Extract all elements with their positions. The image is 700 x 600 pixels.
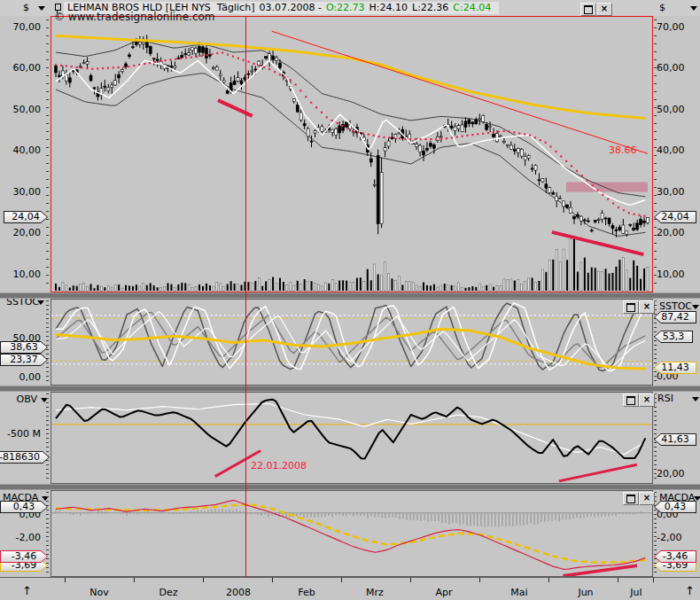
month-label: Mrz bbox=[355, 587, 394, 599]
left-axis-ticks bbox=[46, 492, 49, 575]
dropdown-arrow-icon[interactable] bbox=[692, 397, 699, 401]
rsi-value-tag: 41,63 bbox=[654, 433, 696, 446]
sstoc-panel-dropdown[interactable]: SSTOC bbox=[659, 300, 692, 313]
maximize-button[interactable] bbox=[623, 300, 639, 314]
panel-divider[interactable] bbox=[0, 484, 700, 490]
sstoc-value-tag: 38,63 bbox=[0, 341, 48, 354]
quote-open: O:22.73 bbox=[326, 2, 365, 13]
month-label: Mai bbox=[500, 587, 539, 599]
y-axis-label: -2,00 bbox=[2, 532, 41, 544]
trendline-value-label: 38.66 bbox=[609, 144, 637, 156]
month-label: Dez bbox=[149, 587, 188, 599]
dropdown-arrow-icon[interactable] bbox=[38, 6, 45, 11]
dropdown-arrow-icon[interactable] bbox=[694, 496, 700, 501]
obv-indicator-chart[interactable] bbox=[51, 392, 653, 484]
watermark: © www.tradesignalonline.com bbox=[54, 11, 215, 23]
y-axis-label: 10,00 bbox=[657, 269, 697, 281]
y-axis-label: 60,00 bbox=[2, 62, 41, 74]
y-axis-label: -2,00 bbox=[657, 532, 697, 544]
panel-divider[interactable] bbox=[0, 386, 700, 392]
close-button[interactable]: × bbox=[639, 492, 655, 505]
maximize-icon bbox=[584, 5, 593, 14]
sstoc-value-tag: 53,3 bbox=[654, 331, 693, 343]
maximize-icon bbox=[626, 303, 635, 312]
right-axis-unit-dropdown[interactable]: $ bbox=[659, 2, 665, 14]
y-axis-label: 20,00 bbox=[657, 227, 697, 239]
close-button[interactable]: × bbox=[596, 3, 612, 16]
y-axis-label: 70,00 bbox=[657, 21, 697, 34]
close-button[interactable]: × bbox=[639, 300, 655, 314]
maximize-icon bbox=[626, 495, 635, 503]
dropdown-arrow-icon[interactable] bbox=[690, 6, 697, 11]
y-axis-label: 20,00 bbox=[2, 227, 41, 239]
month-label: Nov bbox=[80, 587, 119, 599]
sstoc-value-tag: 11,43 bbox=[654, 362, 696, 374]
sstoc-value-tag: 87,42 bbox=[654, 311, 696, 323]
price-tag-right: 24,04 bbox=[654, 211, 696, 223]
macda-indicator-chart[interactable] bbox=[51, 490, 653, 577]
maximize-icon bbox=[626, 396, 635, 405]
left-axis-unit-dropdown[interactable]: $ bbox=[23, 2, 29, 14]
sstoc-indicator-chart[interactable] bbox=[51, 299, 653, 386]
y-axis-label: 30,00 bbox=[2, 186, 41, 199]
y-axis-label: 70,00 bbox=[2, 21, 41, 34]
y-axis-label: 40,00 bbox=[657, 144, 697, 157]
panel-divider[interactable] bbox=[0, 292, 700, 299]
obv-value-tag: -818630 bbox=[0, 451, 50, 464]
maximize-button[interactable] bbox=[623, 394, 639, 407]
date-annotation: 22.01.2008 bbox=[251, 460, 307, 471]
dropdown-arrow-icon[interactable] bbox=[37, 300, 44, 305]
y-axis-label: 50,00 bbox=[2, 104, 41, 116]
macd-hist-tag: 0,43 bbox=[0, 501, 48, 513]
quote-low: L:22.36 bbox=[412, 2, 448, 13]
month-label: Jun bbox=[566, 587, 605, 599]
close-button[interactable]: × bbox=[639, 394, 655, 407]
left-axis-ticks bbox=[46, 19, 49, 291]
time-axis-line bbox=[0, 577, 700, 578]
month-label: 2008 bbox=[219, 587, 258, 599]
quote-high: H:24.10 bbox=[369, 2, 408, 13]
left-axis-ticks bbox=[46, 394, 49, 482]
left-axis-ticks bbox=[46, 300, 49, 384]
y-axis-label: 30,00 bbox=[657, 186, 697, 199]
dropdown-arrow-icon[interactable] bbox=[692, 305, 699, 309]
y-axis-label: 40,00 bbox=[2, 144, 41, 157]
y-axis-label: 0,00 bbox=[2, 371, 41, 384]
tradesignal-chart-window: $ LEHMAN BROS HLD [LEH NYS Täglich]03.07… bbox=[0, 0, 700, 600]
pan-arrow-left[interactable]: ↑ bbox=[22, 584, 32, 597]
y-axis-label: 20,00 bbox=[657, 468, 697, 480]
main-price-chart[interactable] bbox=[51, 16, 653, 292]
price-tag-left: 24,04 bbox=[4, 211, 48, 223]
rsi-panel-dropdown[interactable]: RSI bbox=[657, 393, 673, 405]
y-axis-label: 10,00 bbox=[2, 269, 41, 281]
macd-value-tag: -3,46 bbox=[0, 550, 48, 563]
macd-value-tag: -3,46 bbox=[654, 550, 696, 563]
obv-panel-dropdown[interactable]: OBV bbox=[2, 394, 37, 406]
month-label: Feb bbox=[287, 587, 326, 599]
quote-date: 03.07.2008 - bbox=[259, 2, 321, 13]
right-axis-ticks bbox=[654, 19, 657, 291]
maximize-button[interactable] bbox=[580, 3, 596, 16]
y-axis-label: 60,00 bbox=[657, 62, 697, 74]
macd-hist-tag: 0,43 bbox=[654, 501, 696, 513]
y-axis-label: -500 M bbox=[2, 428, 41, 440]
vertical-date-line[interactable] bbox=[245, 16, 246, 577]
month-label: Jul bbox=[617, 587, 656, 599]
maximize-button[interactable] bbox=[623, 492, 639, 505]
pin-icon bbox=[55, 4, 61, 11]
pan-arrow-right[interactable]: ↑ bbox=[685, 584, 695, 597]
y-axis-label: 50,00 bbox=[657, 104, 697, 116]
quote-close: C:24.04 bbox=[453, 2, 491, 13]
month-label: Apr bbox=[424, 587, 463, 599]
sstoc-value-tag: 23,37 bbox=[0, 354, 48, 366]
